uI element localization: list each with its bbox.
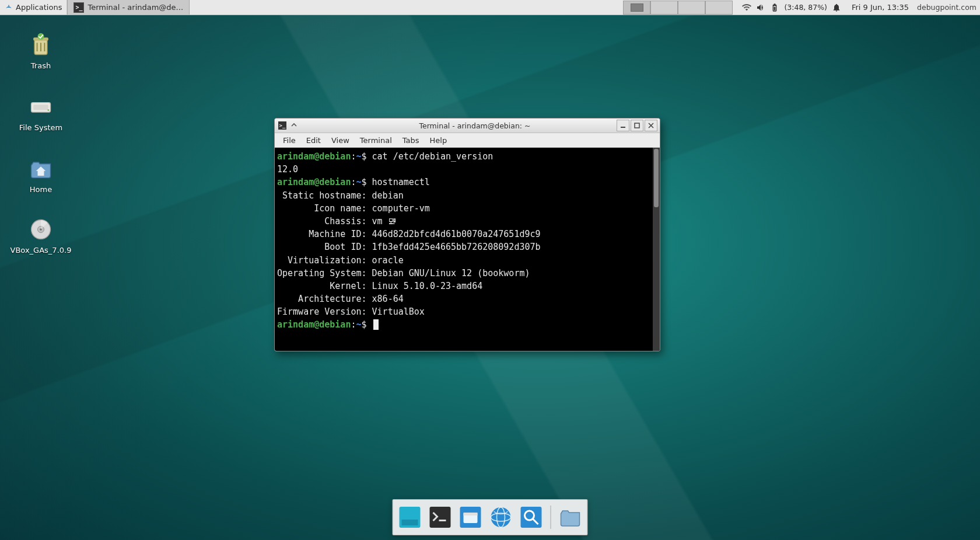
optical-disc-icon <box>27 215 55 243</box>
svg-point-20 <box>491 507 511 527</box>
dock-app-finder[interactable] <box>519 505 544 529</box>
terminal-output: arindam@debian:~$ cat /etc/debian_versio… <box>277 150 657 349</box>
terminal-scrollbar[interactable] <box>653 148 660 351</box>
desktop-icon-label: VBox_GAs_7.0.9 <box>10 246 72 255</box>
dock-file-manager[interactable] <box>459 505 483 529</box>
workspace-3[interactable] <box>678 1 705 15</box>
terminal-body[interactable]: arindam@debian:~$ cat /etc/debian_versio… <box>275 148 660 351</box>
svg-rect-15 <box>430 507 451 528</box>
menu-file[interactable]: File <box>278 135 300 146</box>
desktop-icon-trash[interactable]: Trash <box>12 31 70 70</box>
svg-point-0 <box>8 5 9 6</box>
taskbar-button-terminal[interactable]: >_ Terminal - arindam@de... <box>67 0 190 15</box>
workspace-1[interactable] <box>623 1 650 15</box>
xfce-logo-icon <box>5 4 13 12</box>
menu-edit[interactable]: Edit <box>302 135 326 146</box>
svg-point-7 <box>47 109 49 111</box>
window-titlebar[interactable]: >_ Terminal - arindam@debian: ~ <box>275 119 660 133</box>
watermark-text: debugpoint.com <box>915 3 980 12</box>
menu-help[interactable]: Help <box>425 135 452 146</box>
desktop-icon-vbox-cd[interactable]: VBox_GAs_7.0.9 <box>12 215 70 255</box>
notification-bell-icon[interactable] <box>832 3 841 12</box>
svg-rect-23 <box>521 507 542 528</box>
drive-icon <box>27 93 55 121</box>
applications-menu-button[interactable]: Applications <box>0 0 67 15</box>
terminal-cursor <box>373 319 379 330</box>
svg-rect-14 <box>402 520 418 525</box>
top-panel: Applications >_ Terminal - arindam@de...… <box>0 0 980 15</box>
svg-rect-12 <box>635 123 639 128</box>
window-maximize-button[interactable] <box>631 120 643 131</box>
desktop-icon-filesystem[interactable]: File System <box>12 93 70 132</box>
dock-terminal[interactable] <box>428 505 453 529</box>
terminal-menubar: File Edit View Terminal Tabs Help <box>275 133 660 148</box>
svg-rect-16 <box>439 520 446 521</box>
workspace-switcher[interactable] <box>623 1 733 15</box>
workspace-4[interactable] <box>705 1 733 15</box>
dock-web-browser[interactable] <box>489 505 513 529</box>
dock-home-folder[interactable] <box>558 505 583 529</box>
applications-menu-label: Applications <box>16 3 62 12</box>
menu-view[interactable]: View <box>327 135 354 146</box>
window-minimize-button[interactable] <box>617 120 629 131</box>
desktop-icon-label: Trash <box>31 61 51 70</box>
battery-text: (3:48, 87%) <box>784 3 827 12</box>
window-shade-button[interactable] <box>290 121 298 131</box>
svg-point-4 <box>38 33 44 40</box>
network-icon[interactable] <box>742 3 751 12</box>
system-tray: (3:48, 87%) <box>737 3 846 12</box>
desktop-icon-label: File System <box>19 123 62 132</box>
svg-rect-1 <box>774 6 776 10</box>
bottom-dock <box>393 499 588 535</box>
taskbar-button-label: Terminal - arindam@de... <box>88 3 183 12</box>
home-folder-icon <box>27 155 55 183</box>
workspace-2[interactable] <box>650 1 678 15</box>
dock-show-desktop[interactable] <box>398 505 422 529</box>
panel-clock[interactable]: Fri 9 Jun, 13:35 <box>846 3 915 12</box>
volume-icon[interactable] <box>756 3 765 12</box>
terminal-window[interactable]: >_ Terminal - arindam@debian: ~ File Edi… <box>274 118 660 351</box>
terminal-icon: >_ <box>74 2 84 13</box>
svg-rect-6 <box>33 104 48 110</box>
svg-rect-19 <box>464 513 478 515</box>
dock-separator <box>551 506 551 529</box>
desktop-icon-home[interactable]: Home <box>12 155 70 194</box>
window-title: Terminal - arindam@debian: ~ <box>290 121 660 130</box>
trash-icon <box>27 31 55 59</box>
window-close-button[interactable] <box>645 120 657 131</box>
desktop-icon-label: Home <box>30 185 52 194</box>
battery-icon[interactable] <box>770 3 779 12</box>
terminal-icon: >_ <box>278 121 286 130</box>
menu-tabs[interactable]: Tabs <box>398 135 424 146</box>
menu-terminal[interactable]: Terminal <box>355 135 397 146</box>
svg-rect-11 <box>621 127 625 128</box>
